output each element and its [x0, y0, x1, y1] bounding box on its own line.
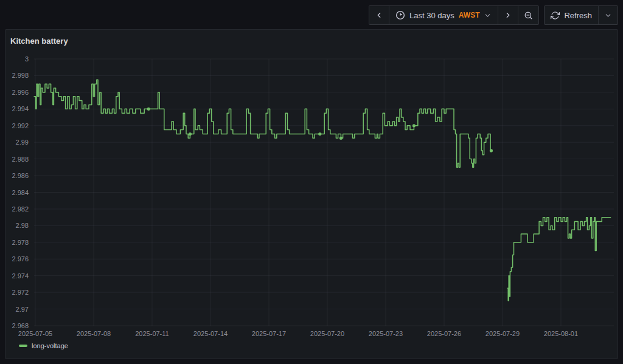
- legend: long-voltage: [19, 342, 68, 349]
- svg-text:2.988: 2.988: [12, 156, 29, 163]
- svg-text:2.982: 2.982: [12, 205, 29, 213]
- refresh-icon: [551, 11, 560, 20]
- svg-text:2025-08-01: 2025-08-01: [544, 330, 578, 337]
- svg-text:2.976: 2.976: [12, 255, 29, 263]
- svg-text:2.984: 2.984: [12, 189, 29, 196]
- svg-text:2.992: 2.992: [12, 122, 29, 129]
- legend-series-swatch: [19, 345, 27, 347]
- svg-text:2025-07-26: 2025-07-26: [427, 330, 461, 337]
- chevron-right-icon: [504, 11, 512, 19]
- legend-item-long-voltage[interactable]: long-voltage: [19, 342, 68, 349]
- refresh-interval-dropdown-button[interactable]: [598, 6, 618, 24]
- legend-series-label: long-voltage: [32, 342, 68, 349]
- svg-text:2.968: 2.968: [12, 322, 29, 329]
- svg-text:2.974: 2.974: [12, 272, 29, 280]
- time-range-zoom-out-button[interactable]: [518, 6, 538, 24]
- svg-text:2025-07-11: 2025-07-11: [135, 330, 169, 337]
- time-range-forward-button[interactable]: [498, 6, 518, 24]
- svg-text:2.97: 2.97: [16, 306, 29, 313]
- svg-text:2.986: 2.986: [12, 172, 29, 179]
- chevron-down-icon: [604, 12, 612, 19]
- time-series-chart[interactable]: 32.9982.9962.9942.9922.992.9882.9862.984…: [5, 30, 618, 359]
- kitchen-battery-panel: Kitchen battery 32.9982.9962.9942.9922.9…: [5, 29, 618, 359]
- svg-text:2.972: 2.972: [12, 289, 29, 296]
- svg-text:2025-07-08: 2025-07-08: [77, 330, 111, 337]
- svg-text:2.994: 2.994: [12, 105, 29, 112]
- svg-text:2025-07-20: 2025-07-20: [310, 330, 344, 337]
- refresh-label: Refresh: [564, 11, 592, 20]
- svg-text:2.996: 2.996: [12, 89, 29, 96]
- svg-text:2.978: 2.978: [12, 239, 29, 246]
- svg-text:2025-07-14: 2025-07-14: [193, 330, 228, 337]
- svg-text:2.98: 2.98: [16, 222, 29, 229]
- time-range-picker-button[interactable]: Last 30 days AWST: [389, 6, 498, 24]
- chevron-left-icon: [375, 11, 383, 19]
- time-range-label: Last 30 days: [409, 11, 454, 20]
- refresh-group: Refresh: [544, 5, 618, 25]
- svg-text:2025-07-17: 2025-07-17: [252, 330, 286, 337]
- time-picker-toolbar: Last 30 days AWST: [369, 5, 618, 25]
- svg-text:2025-07-29: 2025-07-29: [486, 330, 520, 337]
- refresh-button[interactable]: Refresh: [545, 6, 598, 24]
- time-range-back-button[interactable]: [369, 6, 389, 24]
- svg-text:2025-07-05: 2025-07-05: [18, 330, 52, 337]
- chevron-down-icon: [484, 12, 492, 19]
- clock-icon: [395, 10, 405, 20]
- svg-text:2.998: 2.998: [12, 72, 29, 79]
- svg-text:2025-07-23: 2025-07-23: [369, 330, 403, 337]
- svg-text:2.99: 2.99: [16, 139, 29, 146]
- svg-text:3: 3: [25, 55, 29, 63]
- zoom-out-icon: [524, 11, 533, 20]
- time-controls-group: Last 30 days AWST: [369, 5, 539, 25]
- timezone-label: AWST: [459, 11, 480, 19]
